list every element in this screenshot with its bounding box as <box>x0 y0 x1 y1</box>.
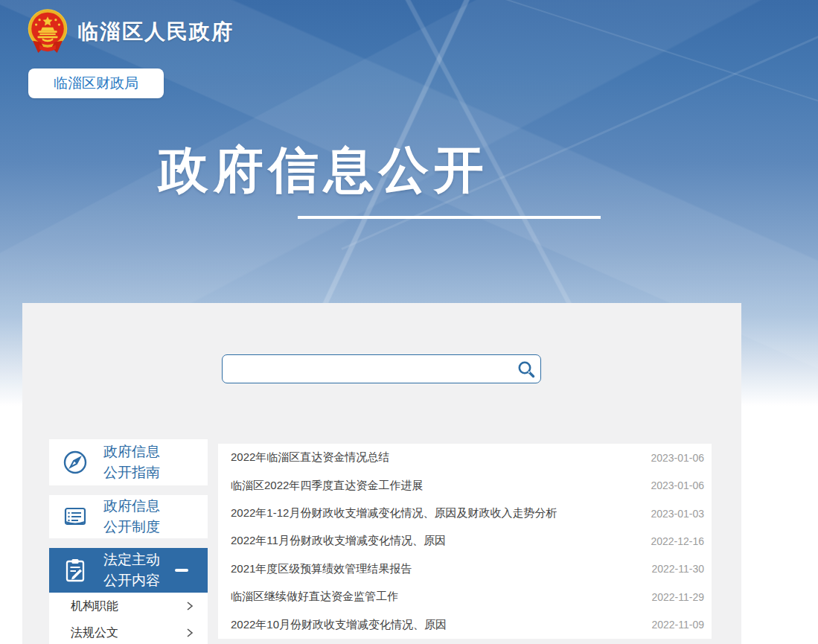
article-title: 2022年11月份财政收支增减变化情况、原因 <box>231 534 446 548</box>
document-list-icon <box>62 503 89 530</box>
clipboard-pencil-icon <box>62 557 89 584</box>
list-item[interactable]: 2021年度区级预算绩效管理结果报告 2022-11-30 <box>218 555 712 583</box>
decorative-streak <box>341 0 818 250</box>
list-item[interactable]: 2022年1-12月份财政收支增减变化情况、原因及财政收入走势分析 2023-0… <box>218 500 712 527</box>
list-item[interactable]: 2022年临淄区直达资金情况总结 2023-01-06 <box>218 444 712 471</box>
article-date: 2022-11-29 <box>641 591 704 603</box>
search-box <box>222 354 541 383</box>
list-item[interactable]: 2022年11月份财政收支增减变化情况、原因 2022-12-16 <box>218 527 712 555</box>
national-emblem-icon <box>26 8 69 56</box>
article-date: 2022-11-09 <box>641 619 704 631</box>
sidebar-submenu: 机构职能 法规公文 <box>49 593 208 644</box>
article-title: 2022年10月份财政收支增减变化情况、原因 <box>231 618 447 632</box>
article-date: 2022-11-30 <box>641 563 704 575</box>
compass-icon <box>62 449 89 476</box>
search-button[interactable] <box>512 355 540 383</box>
list-item[interactable]: 临淄区继续做好直达资金监管工作 2022-11-29 <box>218 583 712 610</box>
chevron-right-icon <box>185 628 194 638</box>
sidebar-item-label: 政府信息 公开制度 <box>103 496 160 538</box>
article-date: 2023-01-03 <box>640 508 704 520</box>
search-icon <box>517 360 536 379</box>
site-name: 临淄区人民政府 <box>77 18 234 46</box>
article-title: 临淄区2022年四季度直达资金工作进展 <box>231 479 423 493</box>
list-item[interactable]: 临淄区2022年四季度直达资金工作进展 2023-01-06 <box>218 471 712 499</box>
submenu-item-org-functions[interactable]: 机构职能 <box>49 593 208 619</box>
chevron-right-icon <box>185 601 194 611</box>
list-item[interactable]: 2022年10月份财政收支增减变化情况、原因 2022-11-09 <box>218 611 712 639</box>
article-date: 2023-01-06 <box>640 452 704 464</box>
sidebar-item-label: 政府信息 公开指南 <box>103 441 160 483</box>
submenu-item-regulations[interactable]: 法规公文 <box>49 619 208 644</box>
sidebar-item-label: 法定主动 公开内容 <box>103 549 160 591</box>
page-title: 政府信息公开 <box>159 136 489 204</box>
article-date: 2023-01-06 <box>640 479 704 491</box>
sidebar-item-gov-info-system[interactable]: 政府信息 公开制度 <box>49 495 208 538</box>
page: 临淄区人民政府 临淄区财政局 政府信息公开 政府信息 公开指南 <box>0 0 818 644</box>
bureau-button[interactable]: 临淄区财政局 <box>28 68 164 98</box>
article-list: 2022年临淄区直达资金情况总结 2023-01-06 临淄区2022年四季度直… <box>218 444 712 639</box>
article-title: 2022年临淄区直达资金情况总结 <box>231 450 389 465</box>
article-title: 2021年度区级预算绩效管理结果报告 <box>231 562 412 576</box>
article-date: 2022-12-16 <box>640 535 704 547</box>
site-logo-link[interactable]: 临淄区人民政府 <box>26 8 234 56</box>
search-input[interactable] <box>223 355 512 383</box>
sidebar-item-legal-proactive-disclosure[interactable]: 法定主动 公开内容 <box>49 548 208 593</box>
article-title: 临淄区继续做好直达资金监管工作 <box>231 590 398 604</box>
sidebar-item-gov-info-guide[interactable]: 政府信息 公开指南 <box>49 439 208 485</box>
title-underline <box>298 216 601 219</box>
collapse-minus-icon[interactable] <box>175 569 188 572</box>
article-title: 2022年1-12月份财政收支增减变化情况、原因及财政收入走势分析 <box>231 506 557 520</box>
